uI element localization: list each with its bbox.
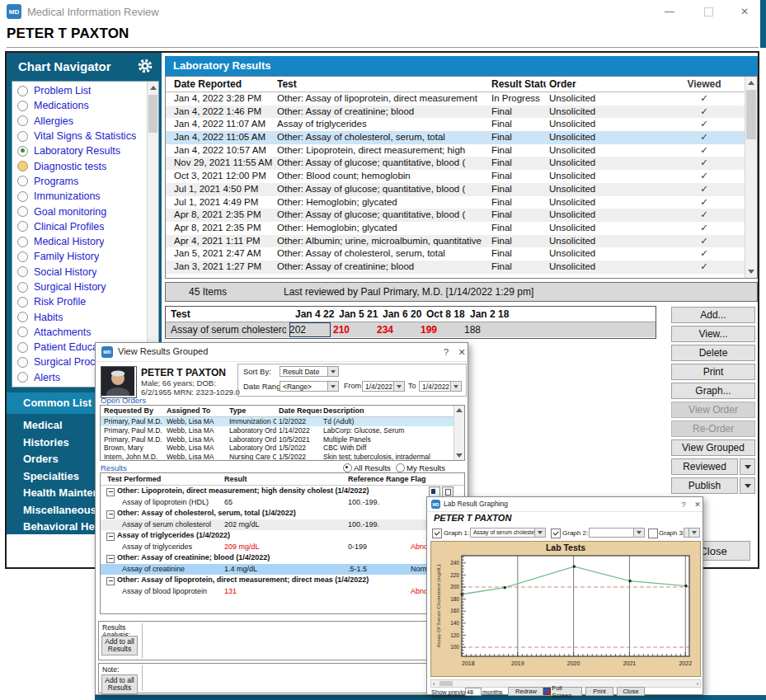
scroll-down-icon[interactable]	[456, 453, 463, 458]
table-row[interactable]: Jan 3, 2021 1:27 PMOther: Assay of creat…	[166, 261, 757, 274]
table-row[interactable]: Jan 4, 2022 3:28 PMOther: Assay of lipop…	[166, 92, 757, 106]
lab-table-scrollbar[interactable]	[745, 77, 757, 278]
result-group-row[interactable]: Assay of triglycerides (1/4/2022)	[101, 530, 464, 542]
scroll-up-icon[interactable]	[748, 81, 754, 85]
dialog-close-button[interactable]: ✕	[455, 345, 468, 359]
sidebar-item-vital-signs-statistics[interactable]: Vital Signs & Statistics	[12, 129, 158, 143]
scroll-left-icon[interactable]: ‹	[433, 681, 435, 687]
result-item-row[interactable]: Assay of blood lipoprotein131Abnormal	[101, 586, 464, 598]
add-to-all-results-button[interactable]: Add to all Results	[101, 636, 138, 655]
add-to-all-results-button[interactable]: Add to all Results	[101, 674, 138, 694]
table-row[interactable]: Nov 29, 2021 11:55 AMOther: Assay of glu…	[166, 157, 757, 170]
scroll-down-icon[interactable]	[748, 270, 754, 274]
maximize-button[interactable]	[696, 3, 721, 20]
sidebar-item-immunizations[interactable]: Immunizations	[12, 189, 158, 204]
dialog-close-button2[interactable]: Close	[617, 687, 645, 696]
publish-dropdown-button[interactable]	[740, 477, 755, 494]
graph1-checkbox[interactable]	[432, 529, 442, 538]
graph1-dropdown[interactable]: Assay of serum cholesterol	[470, 528, 546, 538]
to-date-dropdown[interactable]: 1/4/2022	[419, 381, 462, 392]
sidebar-item-diagnostic-tests[interactable]: Diagnostic tests	[12, 158, 158, 173]
sort-by-dropdown[interactable]: Result Date	[280, 366, 339, 377]
table-row[interactable]: Jan 5, 2021 2:47 AMOther: Assay of chole…	[166, 247, 757, 261]
scroll-up-icon[interactable]	[150, 86, 157, 90]
table-row[interactable]: Apr 8, 2021 2:35 PMOther: Hemoglobin; gl…	[166, 222, 757, 235]
sidebar-item-clinical-profiles[interactable]: Clinical Profiles	[12, 219, 158, 234]
result-group-row[interactable]: Other: Assay of creatinine; blood (1/4/2…	[101, 552, 464, 564]
sidebar-item-allergies[interactable]: Allergies	[12, 114, 158, 129]
sidebar-item-risk-profile[interactable]: Risk Profile	[12, 294, 158, 309]
collapse-icon[interactable]	[106, 555, 115, 563]
table-row[interactable]: Jul 1, 2021 4:50 PMOther: Assay of gluco…	[166, 183, 757, 196]
sidebar-item-attachments[interactable]: Attachments	[12, 325, 158, 340]
graph2-checkbox[interactable]	[551, 529, 561, 538]
sidebar-item-medical-history[interactable]: Medical History	[12, 234, 158, 249]
open-order-row[interactable]: Primary, Paul M.D.Webb, Lisa MAImmunizat…	[101, 417, 464, 426]
add-button[interactable]: Add...	[671, 307, 755, 323]
my-results-radio[interactable]	[396, 463, 405, 472]
open-order-row[interactable]: Intern, John M.D.Webb, Lisa MANursing Ca…	[101, 453, 464, 461]
note-textarea[interactable]	[142, 665, 463, 691]
sidebar-item-goal-monitoring[interactable]: Goal monitoring	[12, 204, 158, 218]
graph2-dropdown[interactable]	[589, 528, 645, 538]
graph3-dropdown[interactable]	[684, 528, 700, 538]
date-range-dropdown[interactable]: <Range>	[280, 381, 339, 392]
redraw-button[interactable]: Redraw	[508, 687, 544, 696]
result-item-row[interactable]: Assay of serum cholesterol202 mg/dL100.-…	[101, 519, 464, 531]
result-group-row[interactable]: Other: Assay of lipoprotein, direct meas…	[101, 575, 464, 586]
graph3-checkbox[interactable]	[648, 529, 658, 538]
scroll-thumb[interactable]	[148, 95, 157, 133]
reviewed-dropdown-button[interactable]	[740, 458, 755, 475]
result-item-row[interactable]: Assay of creatinine1.4 mg/dL.5-1.5Normal	[101, 564, 464, 576]
view-grouped-button[interactable]: View Grouped	[671, 439, 755, 456]
close-button[interactable]: ✕	[732, 3, 757, 20]
minimize-button[interactable]: —	[657, 3, 682, 20]
gear-icon[interactable]	[137, 58, 153, 74]
dialog-close-button[interactable]: ✕	[691, 498, 704, 511]
scroll-up-icon[interactable]	[456, 408, 463, 412]
scroll-right-icon[interactable]: ›	[697, 681, 698, 687]
result-group-row[interactable]: Other: Assay of cholesterol, serum, tota…	[101, 508, 464, 519]
scroll-thumb[interactable]	[439, 681, 453, 686]
help-button[interactable]: ?	[439, 345, 453, 359]
open-order-row[interactable]: Primary, Paul M.D.Webb, Lisa MALaborator…	[101, 426, 464, 435]
collapse-icon[interactable]	[106, 577, 115, 585]
sidebar-item-social-history[interactable]: Social History	[12, 265, 158, 280]
result-item-row[interactable]: Assay of triglycerides209 mg/dL0-199Abno…	[101, 542, 464, 553]
sidebar-item-programs[interactable]: Programs	[12, 174, 158, 189]
print-button[interactable]: Print	[585, 687, 613, 696]
full-screen-button[interactable]: Full Screen	[543, 687, 582, 696]
open-orders-scrollbar[interactable]	[453, 406, 464, 460]
table-row[interactable]: Apr 4, 2021 1:11 PMOther: Albumin; urine…	[166, 235, 757, 248]
scroll-thumb[interactable]	[746, 90, 756, 139]
open-order-row[interactable]: Primary, Paul M.D.Webb, Lisa MALaborator…	[101, 435, 464, 444]
print-button[interactable]: Print	[671, 364, 755, 380]
result-group-row[interactable]: Other: Lipoprotein, direct measurement; …	[101, 486, 464, 497]
sidebar-scrollbar[interactable]	[147, 82, 158, 387]
sidebar-item-surgical-history[interactable]: Surgical History	[12, 280, 158, 294]
sidebar-item-laboratory-results[interactable]: Laboratory Results	[12, 143, 158, 158]
table-row[interactable]: Jan 4, 2022 1:46 PMOther: Assay of creat…	[166, 106, 757, 119]
from-date-dropdown[interactable]: 1/4/2022	[362, 381, 405, 392]
table-row[interactable]: Jan 4, 2022 10:57 AMOther: Lipoprotein, …	[166, 144, 757, 157]
collapse-icon[interactable]	[106, 488, 115, 496]
months-input[interactable]	[465, 688, 482, 696]
results-analysis-textarea[interactable]	[142, 623, 463, 658]
sidebar-item-medications[interactable]: Medications	[12, 98, 158, 113]
all-results-radio[interactable]	[343, 463, 352, 472]
reviewed-button[interactable]: Reviewed	[671, 458, 738, 475]
view-button[interactable]: View...	[671, 326, 755, 342]
delete-button[interactable]: Delete	[671, 345, 755, 361]
result-item-row[interactable]: Assay of lipoprotein (HDL)65100.-199.	[101, 497, 464, 509]
trend-data-row[interactable]: Assay of serum cholesterol 2022102341991…	[166, 322, 656, 337]
publish-button[interactable]: Publish	[671, 477, 738, 494]
table-row[interactable]: Jan 4, 2022 11:05 AMOther: Assay of chol…	[166, 131, 757, 144]
open-order-row[interactable]: Brown, MaryWebb, Lisa MALaboratory Order…	[101, 444, 464, 453]
collapse-icon[interactable]	[106, 510, 115, 519]
table-row[interactable]: Apr 8, 2021 2:35 PMOther: Assay of gluco…	[166, 209, 757, 222]
table-row[interactable]: Jul 1, 2021 4:49 PMOther: Hemoglobin; gl…	[166, 196, 757, 209]
graph-button[interactable]: Graph...	[671, 383, 755, 399]
table-row[interactable]: Jan 4, 2022 11:07 AMAssay of triglycerid…	[166, 118, 757, 131]
collapse-icon[interactable]	[106, 533, 115, 541]
table-row[interactable]: Oct 3, 2021 12:00 PMOther: Blood count; …	[166, 170, 757, 183]
